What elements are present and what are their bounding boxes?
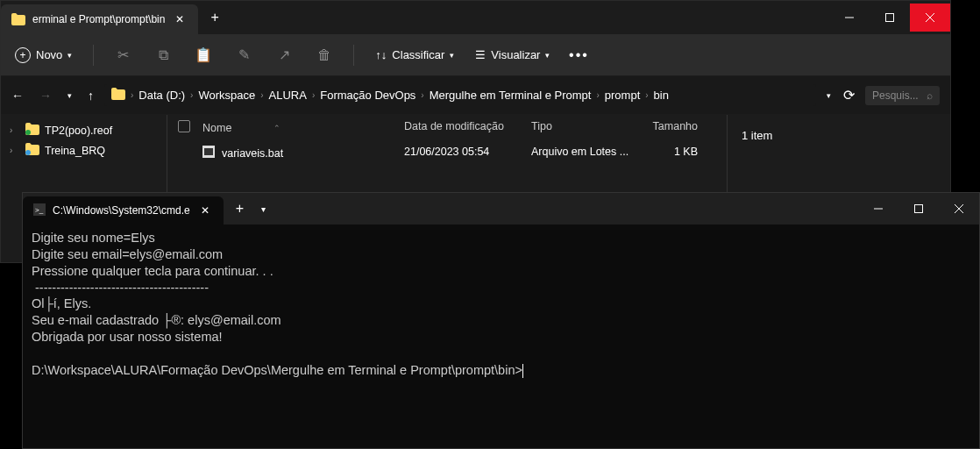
breadcrumb[interactable]: Formação DevOps <box>320 89 415 102</box>
term-line: Obrigada por usar nosso sistema! <box>32 330 223 344</box>
folder-icon <box>111 88 125 103</box>
cut-icon[interactable]: ✂ <box>115 47 131 63</box>
item-count: 1 item <box>742 129 772 142</box>
terminal-tab-title: C:\Windows\System32\cmd.e <box>53 204 190 217</box>
refresh-icon[interactable]: ⟳ <box>843 87 855 103</box>
terminal-minimize-button[interactable] <box>858 195 898 223</box>
terminal-new-tab-button[interactable]: + <box>224 201 256 217</box>
nav-arrows: ← → ▾ ↑ <box>11 89 94 103</box>
breadcrumb[interactable]: bin <box>654 89 669 102</box>
breadcrumb[interactable]: Mergulhe em Terminal e Prompt <box>430 89 592 102</box>
address-bar[interactable]: › Data (D:) › Workspace › ALURA › Formaç… <box>104 84 816 106</box>
chevron-right-icon[interactable]: › <box>417 90 427 100</box>
terminal-tab[interactable]: >_ C:\Windows\System32\cmd.e ✕ <box>23 196 224 224</box>
chevron-down-icon[interactable]: ▾ <box>67 91 72 100</box>
sort-button[interactable]: ↑↓ Classificar ▾ <box>375 48 454 61</box>
date-header[interactable]: Data de modificação <box>404 120 531 135</box>
address-actions: ▾ ⟳ <box>827 87 855 103</box>
delete-icon[interactable]: 🗑 <box>316 47 332 63</box>
paste-icon[interactable]: 📋 <box>195 47 211 63</box>
term-line: Digite seu nome=Elys <box>32 231 155 245</box>
checkbox-header[interactable] <box>178 120 202 135</box>
tree-item-label: TP2(poo).reof <box>45 125 112 137</box>
chevron-right-icon[interactable]: › <box>642 90 651 100</box>
breadcrumb[interactable]: Data (D:) <box>138 89 185 102</box>
type-header[interactable]: Tipo <box>531 120 636 135</box>
terminal-dropdown-button[interactable]: ▾ <box>256 204 271 214</box>
rename-icon[interactable]: ✎ <box>236 47 252 63</box>
terminal-window: >_ C:\Windows\System32\cmd.e ✕ + ▾ Digit… <box>22 192 980 449</box>
svg-text:>_: >_ <box>35 206 44 214</box>
terminal-maximize-button[interactable] <box>898 195 939 223</box>
explorer-new-tab-button[interactable]: + <box>198 10 231 25</box>
back-button[interactable]: ← <box>11 89 24 103</box>
tree-item[interactable]: › Treina_BRQ <box>1 140 167 160</box>
name-header[interactable]: Nome⌃ <box>202 120 404 135</box>
tree-item-label: Treina_BRQ <box>45 145 105 157</box>
new-button[interactable]: + Novo ▾ <box>15 47 72 63</box>
file-checkbox[interactable] <box>178 146 202 160</box>
minimize-button[interactable] <box>829 4 870 32</box>
up-button[interactable]: ↑ <box>88 89 94 103</box>
svg-point-4 <box>25 130 31 135</box>
chevron-right-icon[interactable]: › <box>593 90 602 100</box>
sort-label: Classificar <box>392 48 444 61</box>
chevron-right-icon[interactable]: › <box>257 90 266 100</box>
search-input[interactable]: Pesquis... ⌕ <box>865 86 940 105</box>
action-icons: ✂ ⧉ 📋 ✎ ↗ 🗑 <box>115 47 332 63</box>
separator <box>93 45 94 66</box>
svg-rect-7 <box>204 148 213 155</box>
view-label: Visualizar <box>491 48 540 61</box>
size-header[interactable]: Tamanho <box>636 120 698 135</box>
chevron-down-icon: ▾ <box>545 51 550 60</box>
term-line: ----------------------------------------… <box>32 281 209 295</box>
terminal-output[interactable]: Digite seu nome=Elys Digite seu email=el… <box>23 224 979 384</box>
tree-item[interactable]: › TP2(poo).reof <box>1 120 167 140</box>
terminal-close-button[interactable] <box>939 195 979 223</box>
more-icon[interactable]: ••• <box>571 47 586 63</box>
copy-icon[interactable]: ⧉ <box>155 47 171 63</box>
explorer-tab-title: erminal e Prompt\prompt\bin <box>32 13 165 25</box>
expand-icon[interactable]: › <box>10 125 12 135</box>
svg-point-5 <box>25 150 31 155</box>
close-button[interactable] <box>910 4 950 32</box>
chevron-right-icon[interactable]: › <box>127 90 137 100</box>
chevron-right-icon[interactable]: › <box>309 90 318 100</box>
chevron-down-icon[interactable]: ▾ <box>827 91 831 100</box>
search-placeholder: Pesquis... <box>872 89 919 102</box>
window-buttons <box>829 4 950 32</box>
explorer-tab-close-icon[interactable]: ✕ <box>172 11 188 27</box>
file-size: 1 KB <box>636 146 698 160</box>
folder-sync-icon <box>25 123 39 138</box>
column-headers: Nome⌃ Data de modificação Tipo Tamanho <box>167 115 727 140</box>
view-button[interactable]: ☰ Visualizar ▾ <box>475 48 550 61</box>
explorer-navbar: ← → ▾ ↑ › Data (D:) › Workspace › ALURA … <box>1 76 950 115</box>
sort-icon: ↑↓ <box>375 48 387 61</box>
search-icon: ⌕ <box>927 89 933 102</box>
view-icon: ☰ <box>475 48 486 61</box>
term-line: D:\Workspace\ALURA\Formação DevOps\Mergu… <box>32 363 522 377</box>
cmd-icon: >_ <box>33 203 46 218</box>
new-label: Novo <box>36 48 62 61</box>
breadcrumb[interactable]: ALURA <box>269 89 307 102</box>
share-icon[interactable]: ↗ <box>276 47 292 63</box>
file-type: Arquivo em Lotes ... <box>531 146 636 160</box>
forward-button[interactable]: → <box>39 89 52 103</box>
svg-rect-11 <box>915 205 923 213</box>
file-row[interactable]: variaveis.bat 21/06/2023 05:54 Arquivo e… <box>167 140 727 166</box>
plus-icon: + <box>15 47 31 63</box>
breadcrumb[interactable]: prompt <box>605 89 640 102</box>
maximize-button[interactable] <box>870 4 910 32</box>
breadcrumb[interactable]: Workspace <box>198 89 255 102</box>
chevron-right-icon[interactable]: › <box>187 90 196 100</box>
term-line: Digite seu email=elys@email.com <box>32 247 223 261</box>
terminal-titlebar: >_ C:\Windows\System32\cmd.e ✕ + ▾ <box>23 193 979 224</box>
svg-rect-1 <box>886 14 894 22</box>
terminal-cursor <box>522 364 523 378</box>
separator <box>353 45 354 66</box>
expand-icon[interactable]: › <box>10 146 12 155</box>
terminal-tab-close-icon[interactable]: ✕ <box>197 203 213 218</box>
file-date: 21/06/2023 05:54 <box>404 146 531 160</box>
explorer-tab[interactable]: erminal e Prompt\prompt\bin ✕ <box>1 4 198 34</box>
file-name: variaveis.bat <box>222 147 283 160</box>
